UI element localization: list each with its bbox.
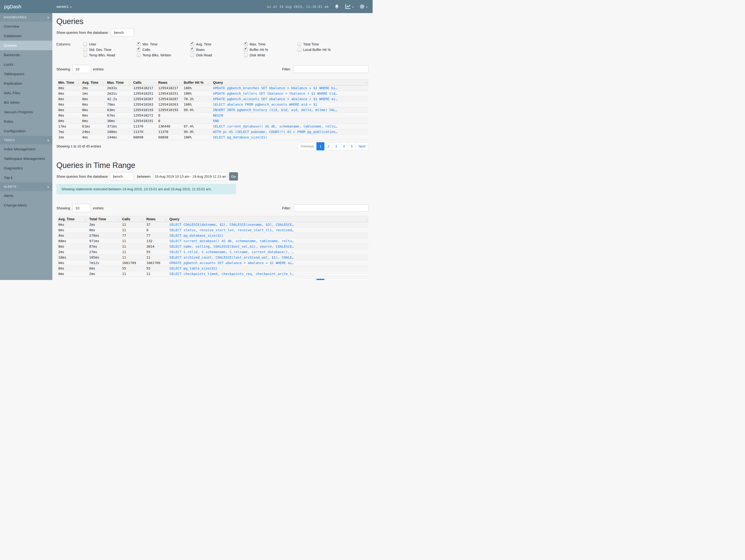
sort-icon[interactable]	[208, 80, 210, 84]
column-checkbox[interactable]: Min. Time	[137, 42, 190, 46]
column-checkbox[interactable]: Disk Write	[244, 53, 297, 57]
query-link[interactable]: SELECT checkpoints_timed, checkpoints_re…	[169, 272, 294, 276]
query-link[interactable]: END	[213, 119, 219, 123]
query-link[interactable]: SELECT name, setting, COALESCE(boot_val,…	[169, 244, 294, 249]
charts-menu-button[interactable]	[345, 4, 354, 9]
go-button[interactable]: Go	[229, 172, 238, 180]
page-button[interactable]: Previous	[298, 142, 317, 150]
query-link[interactable]: UPDATE pgbench_accounts SET abalance = a…	[169, 261, 294, 265]
column-header[interactable]: Rows	[156, 80, 182, 86]
column-checkbox[interactable]: Rows	[190, 48, 244, 52]
filter-input[interactable]	[293, 65, 368, 73]
column-header[interactable]: Calls	[120, 216, 144, 222]
sidebar-item[interactable]: Vacuum Progress	[0, 107, 52, 117]
sidebar-item[interactable]: WAL Files	[0, 88, 52, 98]
page-button[interactable]: 4	[340, 142, 348, 150]
column-header[interactable]: Max. Time	[105, 80, 131, 86]
page-button[interactable]: 5	[348, 142, 356, 150]
sidebar-item[interactable]: Roles	[0, 117, 52, 126]
sidebar-item[interactable]: Alerts	[0, 191, 52, 201]
column-header[interactable]: Calls	[131, 80, 156, 86]
sort-icon[interactable]	[165, 217, 166, 221]
sidebar-item[interactable]: Index Management	[0, 144, 52, 154]
date-range-input[interactable]	[154, 172, 227, 180]
query-link[interactable]: UPDATE pgbench_branches SET bbalance = b…	[213, 86, 337, 90]
column-header[interactable]: Min. Time	[56, 80, 80, 86]
database-input[interactable]	[111, 28, 134, 37]
page-button[interactable]: 5	[348, 279, 356, 280]
page-button[interactable]: 1	[317, 279, 325, 280]
column-checkbox[interactable]: Total Time	[297, 42, 331, 46]
entries-count-input[interactable]	[72, 65, 91, 73]
query-link[interactable]: INSERT INTO pgbench_history (tid, bid, a…	[213, 108, 337, 112]
sort-icon[interactable]	[85, 217, 86, 221]
column-header[interactable]: Rows	[144, 216, 167, 222]
page-button[interactable]: Next	[355, 279, 368, 280]
entries-count-input[interactable]	[72, 204, 91, 212]
sidebar-item[interactable]: Overview	[0, 22, 52, 31]
sidebar-item[interactable]: Top k	[0, 173, 52, 183]
sidebar-header-tools[interactable]: TOOLS	[0, 136, 52, 144]
query-link[interactable]: SELECT COALESCE(datname, $2), COALESCE(u…	[169, 223, 294, 227]
sort-icon[interactable]	[141, 217, 143, 221]
column-checkbox[interactable]: Temp Blks. Read	[83, 53, 137, 57]
query-link[interactable]: SELECT archived_count, COALESCE(last_arc…	[169, 256, 294, 259]
sidebar-item[interactable]: Configuration	[0, 126, 52, 136]
page-button[interactable]: 2	[324, 279, 332, 280]
sidebar-item[interactable]: Queries	[0, 41, 52, 50]
database-input[interactable]	[110, 172, 134, 180]
page-button[interactable]: 4	[340, 279, 348, 280]
column-header[interactable]: Avg. Time	[56, 216, 87, 222]
page-button[interactable]: 3	[332, 142, 340, 150]
query-link[interactable]: SELECT status, receive_start_lsn, receiv…	[169, 228, 294, 232]
page-button[interactable]: 3	[332, 279, 340, 280]
column-header[interactable]: Total Time	[87, 216, 120, 222]
sidebar-item[interactable]: Change Alerts	[0, 201, 52, 210]
column-header[interactable]: Avg. Time	[80, 80, 105, 86]
settings-menu-button[interactable]	[359, 4, 367, 9]
query-link[interactable]: WITH pc AS (SELECT pubname, COUNT(*) AS …	[213, 130, 337, 134]
column-checkbox[interactable]: Disk Read	[190, 53, 244, 57]
page-button[interactable]: 1	[317, 142, 325, 150]
sidebar-item[interactable]: BG Writer	[0, 98, 52, 107]
column-checkbox[interactable]: Calls	[137, 48, 190, 52]
sidebar-header-alerts[interactable]: ALERTS	[0, 183, 52, 191]
server-selector[interactable]: server1	[56, 4, 72, 9]
sort-icon[interactable]	[366, 80, 367, 84]
column-header[interactable]: Buffer Hit %	[182, 80, 211, 86]
column-header[interactable]: Query	[211, 80, 368, 86]
sort-icon[interactable]	[77, 80, 79, 84]
query-link[interactable]: SELECT abalance FROM pgbench_accounts WH…	[213, 102, 317, 106]
page-button[interactable]: Next	[355, 142, 368, 150]
app-logo[interactable]: pgDash	[0, 4, 52, 9]
sort-icon[interactable]	[154, 80, 155, 84]
column-checkbox[interactable]: User	[83, 42, 137, 46]
sidebar-item[interactable]: Tablespace Management	[0, 154, 52, 163]
query-link[interactable]: SELECT pg_table_size($1)	[169, 266, 218, 270]
sidebar-item[interactable]: Backends	[0, 50, 52, 60]
page-button[interactable]: 2	[324, 142, 332, 150]
column-checkbox[interactable]: Temp Blks. Written	[137, 53, 190, 57]
query-link[interactable]: SELECT current_database() AS db, scheman…	[169, 239, 294, 243]
sidebar-item[interactable]: Replication	[0, 79, 52, 88]
column-header[interactable]: Query	[167, 216, 368, 222]
notifications-button[interactable]	[334, 4, 339, 9]
sort-icon[interactable]	[179, 80, 181, 84]
query-link[interactable]: SELECT S.relid, S.schemaname, S.relname,…	[169, 250, 294, 254]
query-link[interactable]: SELECT current_database() AS db, scheman…	[213, 124, 337, 128]
query-link[interactable]: UPDATE pgbench_tellers SET tbalance = tb…	[213, 92, 337, 95]
sort-icon[interactable]	[102, 80, 104, 84]
query-link[interactable]: BEGIN	[213, 113, 223, 117]
sort-icon[interactable]	[117, 217, 119, 221]
query-link[interactable]: SELECT pg_database_size($1)	[213, 135, 267, 139]
sidebar-item[interactable]: Tablespaces	[0, 69, 52, 79]
filter-input[interactable]	[293, 204, 368, 212]
column-checkbox[interactable]: Max. Time	[244, 42, 297, 46]
query-link[interactable]: SELECT pg_database_size($1)	[169, 234, 224, 237]
sidebar-item[interactable]: Locks	[0, 60, 52, 69]
column-checkbox[interactable]: Avg. Time	[190, 42, 244, 46]
column-checkbox[interactable]: Std. Dev. Time	[83, 48, 137, 52]
sort-icon[interactable]	[366, 217, 367, 221]
query-link[interactable]: UPDATE pgbench_accounts SET abalance = a…	[213, 97, 337, 101]
page-button[interactable]: Previous	[298, 279, 317, 280]
